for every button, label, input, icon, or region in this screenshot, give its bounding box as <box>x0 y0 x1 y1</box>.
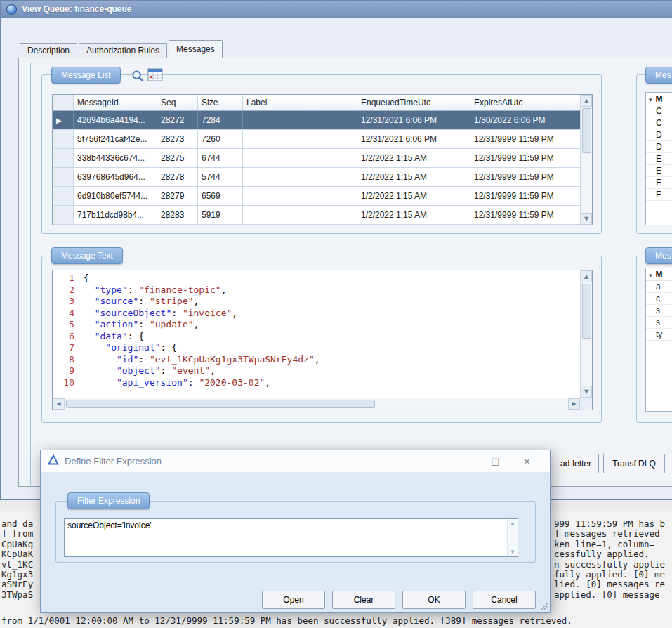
cell-label[interactable] <box>243 111 357 129</box>
row-selector-cell[interactable] <box>53 149 74 167</box>
grid-vscrollbar[interactable]: ▲ ▼ <box>580 95 592 225</box>
row-selector-cell[interactable] <box>53 130 74 148</box>
property-row[interactable]: C <box>646 117 672 129</box>
grid-row[interactable]: 5f756f241caf42e... 28273 7260 12/31/2021… <box>53 130 580 149</box>
grid-row-selected[interactable]: ▶ 42694b6a44194... 28272 7284 12/31/2021… <box>53 111 580 130</box>
time-filter-calendar-icon[interactable] <box>147 67 164 84</box>
cell-size[interactable]: 6569 <box>198 187 243 205</box>
header-seq[interactable]: Seq <box>157 95 198 110</box>
scroll-thumb[interactable] <box>66 400 375 408</box>
property-row[interactable]: s <box>646 305 672 317</box>
cell-expires[interactable]: 1/30/2022 6:06 PM <box>470 111 580 129</box>
filter-search-icon[interactable] <box>131 70 145 85</box>
row-selector-cell[interactable]: ▶ <box>53 111 74 129</box>
scroll-right-icon[interactable]: ▶ <box>568 398 580 410</box>
transf-dlq-button[interactable]: Transf DLQ <box>603 454 665 473</box>
scroll-up-icon[interactable]: ▲ <box>581 95 592 107</box>
cell-expires[interactable]: 12/31/9999 11:59 PM <box>470 168 580 186</box>
message-properties-grid[interactable]: ▾M C C D D E E E F <box>645 92 672 225</box>
cell-seq[interactable]: 28272 <box>157 111 198 129</box>
row-selector-cell[interactable] <box>53 168 74 186</box>
cell-enqueued[interactable]: 1/2/2022 1:15 AM <box>357 206 470 224</box>
tab-authorization-rules[interactable]: Authorization Rules <box>79 43 167 58</box>
scroll-thumb[interactable] <box>582 108 591 153</box>
scroll-down-icon[interactable]: ▼ <box>510 549 514 555</box>
property-row[interactable]: E <box>646 153 672 165</box>
window-titlebar[interactable]: View Queue: finance-queue <box>1 1 672 18</box>
cell-messageid[interactable]: 338b44336c674... <box>74 149 157 167</box>
cell-seq[interactable]: 28279 <box>157 187 198 205</box>
header-enqueuedtimeutc[interactable]: EnqueuedTimeUtc <box>357 95 470 110</box>
cell-size[interactable]: 7260 <box>198 130 243 148</box>
header-size[interactable]: Size <box>198 95 243 110</box>
clear-button[interactable]: Clear <box>332 591 395 609</box>
cell-label[interactable] <box>243 149 357 167</box>
textarea-scrollbar[interactable]: ▲ ▼ <box>507 519 518 556</box>
cell-expires[interactable]: 12/31/9999 11:59 PM <box>470 187 580 205</box>
property-row[interactable]: ty <box>646 329 672 341</box>
cell-enqueued[interactable]: 1/2/2022 1:15 AM <box>357 149 470 167</box>
cell-enqueued[interactable]: 12/31/2021 6:06 PM <box>357 130 470 148</box>
cell-messageid[interactable]: 639768645d964... <box>74 168 157 186</box>
scroll-down-icon[interactable]: ▼ <box>581 213 592 225</box>
dialog-titlebar[interactable]: Define Filter Expression — □ × <box>41 450 550 473</box>
open-button[interactable]: Open <box>262 591 325 609</box>
resize-grip[interactable] <box>541 603 548 610</box>
message-text-editor[interactable]: 1 2 3 4 5 6 7 8 9 10 { "type": "finance-… <box>52 270 593 410</box>
row-selector-cell[interactable] <box>53 187 74 205</box>
cell-label[interactable] <box>243 206 357 224</box>
cell-seq[interactable]: 28275 <box>157 149 198 167</box>
property-category[interactable]: ▾M <box>646 268 672 281</box>
cell-size[interactable]: 7284 <box>198 111 243 129</box>
cell-size[interactable]: 6744 <box>198 149 243 167</box>
cell-expires[interactable]: 12/31/9999 11:59 PM <box>470 130 580 148</box>
scroll-up-icon[interactable]: ▲ <box>510 521 514 526</box>
cell-enqueued[interactable]: 12/31/2021 6:06 PM <box>357 111 470 129</box>
property-row[interactable]: a <box>646 281 672 293</box>
header-expiresatutc[interactable]: ExpiresAtUtc <box>470 95 580 110</box>
close-icon[interactable]: × <box>511 456 543 466</box>
cell-enqueued[interactable]: 1/2/2022 1:15 AM <box>357 187 470 205</box>
property-row[interactable]: D <box>646 141 672 153</box>
minimize-icon[interactable]: — <box>448 456 480 466</box>
editor-hscrollbar[interactable]: ◀ ▶ <box>53 398 580 410</box>
grid-row[interactable]: 338b44336c674... 28275 6744 1/2/2022 1:1… <box>53 149 580 168</box>
dead-letter-button[interactable]: ad-letter <box>553 454 599 473</box>
cell-size[interactable]: 5744 <box>198 168 243 186</box>
cell-expires[interactable]: 12/31/9999 11:59 PM <box>470 149 580 167</box>
scroll-up-icon[interactable]: ▲ <box>581 270 592 282</box>
message-grid[interactable]: MessageId Seq Size Label EnqueuedTimeUtc… <box>52 94 593 225</box>
property-row[interactable]: E <box>646 165 672 177</box>
property-row[interactable]: c <box>646 293 672 305</box>
cell-enqueued[interactable]: 1/2/2022 1:15 AM <box>357 168 470 186</box>
cell-messageid[interactable]: 42694b6a44194... <box>74 111 157 129</box>
tab-description[interactable]: Description <box>20 43 77 58</box>
cell-messageid[interactable]: 6d910b80ef5744... <box>74 187 157 205</box>
property-row[interactable]: E <box>646 177 672 189</box>
scroll-down-icon[interactable]: ▼ <box>581 386 592 398</box>
grid-row[interactable]: 6d910b80ef5744... 28279 6569 1/2/2022 1:… <box>53 187 580 206</box>
grid-row[interactable]: 639768645d964... 28278 5744 1/2/2022 1:1… <box>53 168 580 187</box>
editor-vscrollbar[interactable]: ▲ ▼ <box>580 270 592 398</box>
maximize-icon[interactable]: □ <box>480 456 511 466</box>
ok-button[interactable]: OK <box>402 591 466 609</box>
property-row[interactable]: D <box>646 129 672 141</box>
cell-seq[interactable]: 28283 <box>157 206 198 224</box>
header-messageid[interactable]: MessageId <box>74 95 157 110</box>
filter-expression-input[interactable]: sourceObject='invoice' <box>65 519 506 556</box>
scroll-thumb[interactable] <box>582 284 591 339</box>
scroll-left-icon[interactable]: ◀ <box>53 398 65 410</box>
cell-seq[interactable]: 28278 <box>157 168 198 186</box>
code-area[interactable]: { "type": "finance-topic", "source": "st… <box>79 270 580 398</box>
cell-messageid[interactable]: 5f756f241caf42e... <box>74 130 157 148</box>
grid-row[interactable]: 717b11dcd98b4... 28283 5919 1/2/2022 1:1… <box>53 206 580 225</box>
cell-label[interactable] <box>243 168 357 186</box>
cell-size[interactable]: 5919 <box>198 206 243 224</box>
cell-messageid[interactable]: 717b11dcd98b4... <box>74 206 157 224</box>
header-label[interactable]: Label <box>243 95 357 110</box>
tab-messages[interactable]: Messages <box>169 40 223 58</box>
property-row[interactable]: C <box>646 105 672 117</box>
property-row[interactable]: F <box>646 189 672 201</box>
property-category[interactable]: ▾M <box>646 93 672 105</box>
custom-properties-grid[interactable]: ▾M a c s s ty <box>645 268 672 412</box>
